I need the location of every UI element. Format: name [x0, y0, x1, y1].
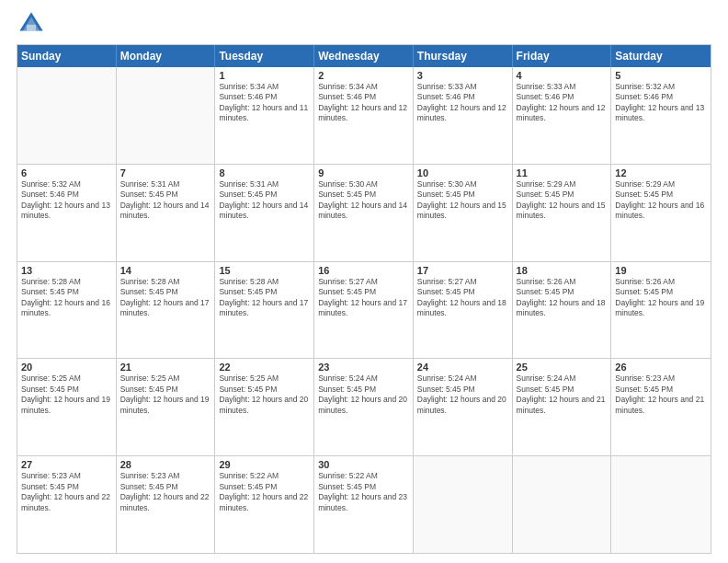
day-cell-empty: [414, 456, 513, 553]
day-number: 10: [417, 167, 508, 178]
day-header-friday: Friday: [513, 45, 612, 67]
day-details: Sunrise: 5:31 AM Sunset: 5:45 PM Dayligh…: [120, 179, 211, 222]
day-cell-24: 24Sunrise: 5:24 AM Sunset: 5:45 PM Dayli…: [414, 359, 513, 455]
day-number: 7: [120, 167, 211, 178]
day-number: 13: [21, 265, 112, 276]
day-number: 6: [21, 167, 112, 178]
day-number: 21: [120, 362, 211, 373]
day-details: Sunrise: 5:25 AM Sunset: 5:45 PM Dayligh…: [21, 373, 112, 416]
day-number: 12: [615, 167, 707, 178]
day-number: 8: [219, 167, 310, 178]
week-row-3: 13Sunrise: 5:28 AM Sunset: 5:45 PM Dayli…: [17, 261, 711, 359]
calendar-header: SundayMondayTuesdayWednesdayThursdayFrid…: [17, 45, 711, 67]
day-details: Sunrise: 5:23 AM Sunset: 5:45 PM Dayligh…: [615, 373, 707, 416]
day-details: Sunrise: 5:22 AM Sunset: 5:45 PM Dayligh…: [219, 471, 310, 513]
day-details: Sunrise: 5:24 AM Sunset: 5:45 PM Dayligh…: [417, 373, 508, 416]
day-cell-20: 20Sunrise: 5:25 AM Sunset: 5:45 PM Dayli…: [17, 359, 117, 455]
day-header-saturday: Saturday: [611, 45, 711, 67]
day-header-monday: Monday: [117, 45, 216, 67]
day-cell-2: 2Sunrise: 5:34 AM Sunset: 5:46 PM Daylig…: [314, 67, 414, 164]
day-cell-17: 17Sunrise: 5:27 AM Sunset: 5:45 PM Dayli…: [414, 262, 513, 359]
day-cell-11: 11Sunrise: 5:29 AM Sunset: 5:45 PM Dayli…: [513, 165, 612, 261]
day-details: Sunrise: 5:33 AM Sunset: 5:46 PM Dayligh…: [417, 82, 508, 124]
header: [17, 9, 711, 39]
day-cell-22: 22Sunrise: 5:25 AM Sunset: 5:45 PM Dayli…: [215, 359, 314, 455]
day-cell-5: 5Sunrise: 5:32 AM Sunset: 5:46 PM Daylig…: [611, 67, 711, 164]
day-details: Sunrise: 5:30 AM Sunset: 5:45 PM Dayligh…: [318, 179, 409, 222]
day-cell-26: 26Sunrise: 5:23 AM Sunset: 5:45 PM Dayli…: [611, 359, 711, 455]
day-number: 28: [120, 459, 211, 470]
day-cell-7: 7Sunrise: 5:31 AM Sunset: 5:45 PM Daylig…: [117, 165, 216, 261]
logo: [17, 9, 50, 39]
day-header-wednesday: Wednesday: [314, 45, 414, 67]
day-number: 14: [120, 265, 211, 276]
day-details: Sunrise: 5:32 AM Sunset: 5:46 PM Dayligh…: [21, 179, 112, 222]
day-cell-8: 8Sunrise: 5:31 AM Sunset: 5:45 PM Daylig…: [215, 165, 314, 261]
day-details: Sunrise: 5:23 AM Sunset: 5:45 PM Dayligh…: [21, 471, 112, 513]
day-number: 5: [615, 70, 707, 81]
day-number: 25: [517, 362, 608, 373]
day-cell-30: 30Sunrise: 5:22 AM Sunset: 5:45 PM Dayli…: [314, 456, 414, 553]
day-cell-19: 19Sunrise: 5:26 AM Sunset: 5:45 PM Dayli…: [611, 262, 711, 359]
day-details: Sunrise: 5:23 AM Sunset: 5:45 PM Dayligh…: [120, 471, 211, 513]
day-number: 19: [615, 265, 707, 276]
day-number: 9: [318, 167, 409, 178]
day-number: 2: [318, 70, 409, 81]
day-number: 3: [417, 70, 508, 81]
week-row-5: 27Sunrise: 5:23 AM Sunset: 5:45 PM Dayli…: [17, 455, 711, 553]
calendar-body: 1Sunrise: 5:34 AM Sunset: 5:46 PM Daylig…: [17, 67, 711, 553]
day-header-sunday: Sunday: [17, 45, 117, 67]
day-details: Sunrise: 5:22 AM Sunset: 5:45 PM Dayligh…: [318, 471, 409, 513]
day-details: Sunrise: 5:31 AM Sunset: 5:45 PM Dayligh…: [219, 179, 310, 222]
day-header-thursday: Thursday: [414, 45, 513, 67]
day-number: 4: [517, 70, 608, 81]
svg-rect-2: [27, 25, 36, 31]
day-number: 16: [318, 265, 409, 276]
day-cell-6: 6Sunrise: 5:32 AM Sunset: 5:46 PM Daylig…: [17, 165, 117, 261]
day-number: 1: [219, 70, 310, 81]
day-cell-21: 21Sunrise: 5:25 AM Sunset: 5:45 PM Dayli…: [117, 359, 216, 455]
day-cell-empty: [17, 67, 117, 164]
day-details: Sunrise: 5:26 AM Sunset: 5:45 PM Dayligh…: [517, 277, 608, 319]
day-details: Sunrise: 5:30 AM Sunset: 5:45 PM Dayligh…: [417, 179, 508, 222]
day-details: Sunrise: 5:34 AM Sunset: 5:46 PM Dayligh…: [219, 82, 310, 124]
week-row-1: 1Sunrise: 5:34 AM Sunset: 5:46 PM Daylig…: [17, 67, 711, 164]
day-details: Sunrise: 5:28 AM Sunset: 5:45 PM Dayligh…: [120, 277, 211, 319]
day-cell-29: 29Sunrise: 5:22 AM Sunset: 5:45 PM Dayli…: [215, 456, 314, 553]
day-number: 24: [417, 362, 508, 373]
day-number: 17: [417, 265, 508, 276]
day-number: 23: [318, 362, 409, 373]
day-number: 11: [517, 167, 608, 178]
day-details: Sunrise: 5:24 AM Sunset: 5:45 PM Dayligh…: [517, 373, 608, 416]
day-details: Sunrise: 5:26 AM Sunset: 5:45 PM Dayligh…: [615, 277, 707, 319]
day-cell-14: 14Sunrise: 5:28 AM Sunset: 5:45 PM Dayli…: [117, 262, 216, 359]
day-cell-empty: [611, 456, 711, 553]
day-cell-4: 4Sunrise: 5:33 AM Sunset: 5:46 PM Daylig…: [513, 67, 612, 164]
day-cell-28: 28Sunrise: 5:23 AM Sunset: 5:45 PM Dayli…: [117, 456, 216, 553]
day-number: 20: [21, 362, 112, 373]
day-cell-12: 12Sunrise: 5:29 AM Sunset: 5:45 PM Dayli…: [611, 165, 711, 261]
week-row-2: 6Sunrise: 5:32 AM Sunset: 5:46 PM Daylig…: [17, 164, 711, 261]
day-cell-1: 1Sunrise: 5:34 AM Sunset: 5:46 PM Daylig…: [215, 67, 314, 164]
day-details: Sunrise: 5:24 AM Sunset: 5:45 PM Dayligh…: [318, 373, 409, 416]
day-details: Sunrise: 5:33 AM Sunset: 5:46 PM Dayligh…: [517, 82, 608, 124]
day-cell-18: 18Sunrise: 5:26 AM Sunset: 5:45 PM Dayli…: [513, 262, 612, 359]
day-number: 30: [318, 459, 409, 470]
day-number: 15: [219, 265, 310, 276]
day-details: Sunrise: 5:29 AM Sunset: 5:45 PM Dayligh…: [615, 179, 707, 222]
day-details: Sunrise: 5:25 AM Sunset: 5:45 PM Dayligh…: [219, 373, 310, 416]
day-cell-13: 13Sunrise: 5:28 AM Sunset: 5:45 PM Dayli…: [17, 262, 117, 359]
day-details: Sunrise: 5:27 AM Sunset: 5:45 PM Dayligh…: [417, 277, 508, 319]
day-cell-3: 3Sunrise: 5:33 AM Sunset: 5:46 PM Daylig…: [414, 67, 513, 164]
day-details: Sunrise: 5:28 AM Sunset: 5:45 PM Dayligh…: [219, 277, 310, 319]
day-details: Sunrise: 5:27 AM Sunset: 5:45 PM Dayligh…: [318, 277, 409, 319]
day-details: Sunrise: 5:34 AM Sunset: 5:46 PM Dayligh…: [318, 82, 409, 124]
day-number: 29: [219, 459, 310, 470]
day-number: 18: [517, 265, 608, 276]
day-cell-empty: [513, 456, 612, 553]
calendar: SundayMondayTuesdayWednesdayThursdayFrid…: [17, 44, 711, 554]
day-number: 27: [21, 459, 112, 470]
day-details: Sunrise: 5:28 AM Sunset: 5:45 PM Dayligh…: [21, 277, 112, 319]
day-cell-25: 25Sunrise: 5:24 AM Sunset: 5:45 PM Dayli…: [513, 359, 612, 455]
day-cell-16: 16Sunrise: 5:27 AM Sunset: 5:45 PM Dayli…: [314, 262, 414, 359]
